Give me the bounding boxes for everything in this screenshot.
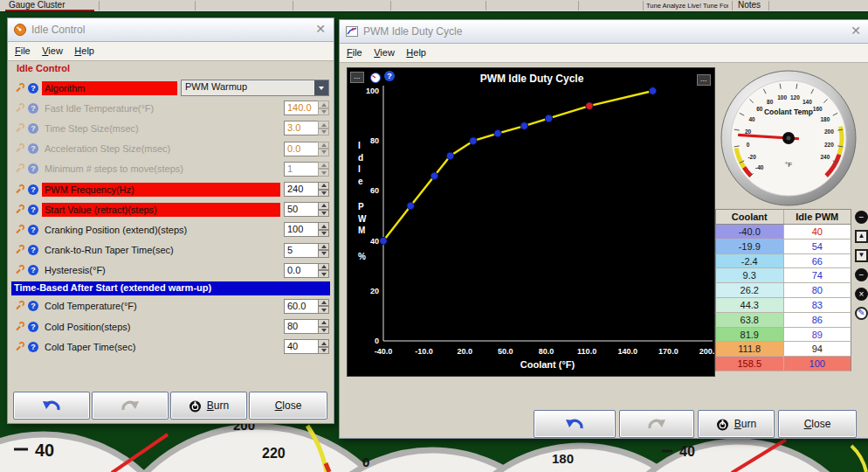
help-icon[interactable]: ? xyxy=(28,265,38,275)
wrench-icon[interactable] xyxy=(14,143,24,154)
spinner-value[interactable]: 0.0 xyxy=(284,142,318,156)
spinner-value[interactable]: 50 xyxy=(284,202,318,217)
spinner-down-button[interactable] xyxy=(318,128,329,136)
spinner-up-button[interactable] xyxy=(318,202,329,210)
spinner-value[interactable]: 5 xyxy=(284,243,318,258)
curve-point[interactable] xyxy=(545,115,552,121)
coolant-cell[interactable]: -40.0 xyxy=(716,225,784,239)
wrench-icon[interactable] xyxy=(14,301,24,311)
curve-point[interactable] xyxy=(470,137,477,144)
spinner-up-button[interactable] xyxy=(318,121,329,128)
curve-point[interactable] xyxy=(520,122,527,129)
close-circle-icon[interactable]: × xyxy=(855,288,868,301)
field-spinner[interactable]: 40 xyxy=(284,339,329,354)
field-spinner[interactable]: 60.0 xyxy=(284,299,329,314)
field-spinner[interactable]: 5 xyxy=(284,243,329,258)
help-icon[interactable]: ? xyxy=(28,143,38,154)
coolant-cell[interactable]: 111.8 xyxy=(716,342,784,356)
spinner-down-button[interactable] xyxy=(318,190,329,198)
close-icon[interactable]: ✕ xyxy=(315,22,326,36)
wrench-icon[interactable] xyxy=(14,265,24,275)
pwm-cell[interactable]: 100 xyxy=(784,357,851,371)
wrench-icon[interactable] xyxy=(14,205,24,215)
curve-point[interactable] xyxy=(431,172,437,179)
spinner-value[interactable]: 100 xyxy=(284,222,318,237)
spinner-down-button[interactable] xyxy=(318,108,329,116)
redo-button[interactable] xyxy=(619,410,694,438)
menu-help[interactable]: Help xyxy=(72,43,100,56)
coolant-cell[interactable]: 9.3 xyxy=(716,268,784,282)
spinner-up-button[interactable] xyxy=(318,299,329,307)
spinner-up-button[interactable] xyxy=(318,339,329,347)
spinner-value[interactable]: 240 xyxy=(284,182,318,197)
menu-view[interactable]: View xyxy=(40,43,69,56)
spinner-down-button[interactable] xyxy=(318,169,329,177)
spinner-down-button[interactable] xyxy=(318,327,329,335)
wrench-icon[interactable] xyxy=(14,184,24,195)
pwm-cell[interactable]: 94 xyxy=(784,342,851,356)
curve-point[interactable] xyxy=(407,202,414,209)
close-button[interactable]: Close xyxy=(249,392,327,420)
spinner-down-button[interactable] xyxy=(318,149,329,156)
tab-tune-analyze[interactable]: Tune Analyze Live! Tune For You xyxy=(646,2,728,10)
curve-chart-canvas[interactable]: PWM Idle Duty CycleIdlePWM%-40.0-10.020.… xyxy=(348,68,714,376)
field-spinner[interactable]: 1 xyxy=(284,162,329,177)
tab-gauge-cluster[interactable]: Gauge Cluster xyxy=(9,0,65,10)
wrench-icon[interactable] xyxy=(14,225,24,235)
spinner-down-button[interactable] xyxy=(318,250,329,258)
wrench-icon[interactable] xyxy=(14,342,24,352)
pencil-icon[interactable]: ✎ xyxy=(855,307,868,320)
help-icon[interactable]: ? xyxy=(28,103,38,114)
menu-view[interactable]: View xyxy=(372,45,401,58)
wrench-icon[interactable] xyxy=(14,123,24,134)
help-icon[interactable]: ? xyxy=(28,245,38,255)
chevron-down-icon[interactable] xyxy=(314,80,328,95)
spinner-up-button[interactable] xyxy=(318,222,329,230)
help-icon[interactable]: ? xyxy=(28,83,38,94)
coolant-cell[interactable]: -19.9 xyxy=(716,239,784,253)
wrench-icon[interactable] xyxy=(14,322,24,332)
curve-point[interactable] xyxy=(380,237,387,244)
help-icon[interactable]: ? xyxy=(28,342,38,352)
idle-window-titlebar[interactable]: Idle Control ✕ xyxy=(8,18,334,42)
help-icon[interactable]: ? xyxy=(28,163,38,174)
curve-point[interactable] xyxy=(494,129,501,136)
minus-circle-icon[interactable]: − xyxy=(855,211,868,224)
coolant-cell[interactable]: 158.5 xyxy=(716,357,784,371)
wrench-icon[interactable] xyxy=(14,163,24,174)
coolant-cell[interactable]: 81.9 xyxy=(716,328,784,342)
pwm-cell[interactable]: 54 xyxy=(784,239,851,253)
field-spinner[interactable]: 240 xyxy=(284,182,329,197)
help-icon[interactable]: ? xyxy=(28,225,38,235)
spinner-value[interactable]: 60.0 xyxy=(284,299,318,314)
spinner-up-button[interactable] xyxy=(318,162,329,170)
pwm-cell[interactable]: 89 xyxy=(784,328,851,342)
spinner-value[interactable]: 1 xyxy=(284,162,318,177)
spinner-value[interactable]: 3.0 xyxy=(284,121,318,135)
gauge-view-icon[interactable] xyxy=(370,71,381,81)
pwm-cell[interactable]: 40 xyxy=(784,225,851,239)
menu-file[interactable]: File xyxy=(345,45,369,58)
pwm-cell[interactable]: 86 xyxy=(784,313,851,327)
spinner-up-button[interactable] xyxy=(318,101,329,108)
spinner-value[interactable]: 140.0 xyxy=(284,101,318,115)
undo-button[interactable] xyxy=(13,392,90,420)
spinner-up-button[interactable] xyxy=(318,319,329,327)
field-spinner[interactable]: 80 xyxy=(284,319,329,334)
field-spinner[interactable]: 0.0 xyxy=(284,142,329,156)
spinner-down-button[interactable] xyxy=(318,210,329,218)
pwm-cell[interactable]: 80 xyxy=(784,283,851,297)
menu-file[interactable]: File xyxy=(13,43,37,56)
close-button[interactable]: Close xyxy=(778,410,857,438)
pwm-cell[interactable]: 74 xyxy=(784,268,851,282)
undo-button[interactable] xyxy=(534,410,616,438)
arrow-up-icon[interactable]: ▲ xyxy=(855,230,868,243)
field-spinner[interactable]: 50 xyxy=(284,202,329,217)
help-icon[interactable]: ? xyxy=(28,301,38,311)
field-combobox[interactable]: PWM Warmup xyxy=(181,80,329,96)
help-icon[interactable]: ? xyxy=(28,123,38,134)
spinner-value[interactable]: 40 xyxy=(284,339,318,354)
help-icon[interactable]: ? xyxy=(28,184,38,195)
spinner-value[interactable]: 80 xyxy=(284,319,318,334)
field-spinner[interactable]: 100 xyxy=(284,222,329,237)
